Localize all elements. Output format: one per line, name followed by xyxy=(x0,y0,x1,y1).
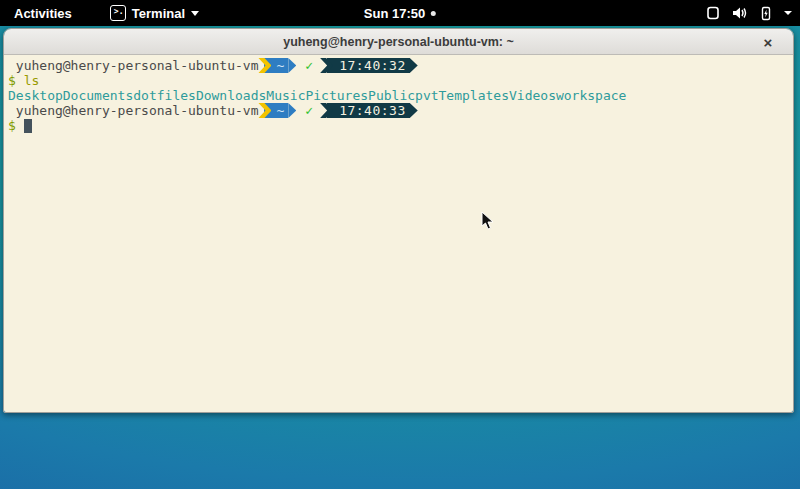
prompt-symbol: $ xyxy=(8,118,16,133)
text-cursor xyxy=(24,119,32,133)
activities-button[interactable]: Activities xyxy=(10,6,76,21)
command-line: $ ls xyxy=(8,73,791,88)
command-text: ls xyxy=(24,73,40,88)
directory-name: workspace xyxy=(556,88,626,103)
status-check-icon: ✓ xyxy=(296,58,320,73)
notification-dot-icon xyxy=(431,11,436,16)
directory-name: Videos xyxy=(509,88,556,103)
prompt-line: yuheng@henry-personal-ubuntu-vm ~ ✓ 17:4… xyxy=(8,103,791,118)
directory-name: Public xyxy=(368,88,415,103)
clock-button[interactable]: Sun 17:50 xyxy=(364,6,436,21)
close-button[interactable]: × xyxy=(757,29,779,55)
powerline-arrow-icon xyxy=(288,103,296,118)
directory-name: Pictures xyxy=(305,88,368,103)
prompt-time-segment: 17:40:33 xyxy=(327,103,410,118)
powerline-arrow-icon xyxy=(410,103,418,118)
terminal-app-icon: >. xyxy=(110,5,126,21)
terminal-content[interactable]: yuheng@henry-personal-ubuntu-vm ~ ✓ 17:4… xyxy=(4,55,793,412)
current-input-line[interactable]: $ xyxy=(8,118,791,133)
window-titlebar[interactable]: yuheng@henry-personal-ubuntu-vm: ~ × xyxy=(4,29,793,55)
terminal-window: yuheng@henry-personal-ubuntu-vm: ~ × yuh… xyxy=(3,28,794,413)
status-check-icon: ✓ xyxy=(296,103,320,118)
clock-label: Sun 17:50 xyxy=(364,6,425,21)
directory-name: pvt xyxy=(415,88,438,103)
prompt-user-host: yuheng@henry-personal-ubuntu-vm xyxy=(8,58,258,73)
prompt-user-host: yuheng@henry-personal-ubuntu-vm xyxy=(8,103,258,118)
directory-name: Documents xyxy=(63,88,133,103)
directory-name: Downloads xyxy=(196,88,266,103)
app-menu[interactable]: >. Terminal xyxy=(110,5,199,21)
powerline-arrow-icon xyxy=(410,58,418,73)
chevron-down-icon xyxy=(784,11,792,15)
prompt-time-segment: 17:40:32 xyxy=(327,58,410,73)
battery-charging-icon xyxy=(758,5,774,21)
directory-name: Music xyxy=(266,88,305,103)
ls-output: Desktop Documents dotfiles Downloads Mus… xyxy=(8,88,791,103)
volume-icon xyxy=(731,5,748,21)
system-status-area[interactable] xyxy=(705,5,792,21)
directory-name: Templates xyxy=(439,88,509,103)
app-menu-label: Terminal xyxy=(132,6,185,21)
chevron-down-icon xyxy=(191,11,199,16)
directory-name: Desktop xyxy=(8,88,63,103)
screen-icon xyxy=(705,5,721,21)
directory-name: dotfiles xyxy=(133,88,196,103)
powerline-arrow-icon xyxy=(288,58,296,73)
prompt-line: yuheng@henry-personal-ubuntu-vm ~ ✓ 17:4… xyxy=(8,58,791,73)
top-bar: Activities >. Terminal Sun 17:50 xyxy=(0,0,800,26)
prompt-symbol: $ xyxy=(8,73,16,88)
window-title: yuheng@henry-personal-ubuntu-vm: ~ xyxy=(283,35,514,49)
